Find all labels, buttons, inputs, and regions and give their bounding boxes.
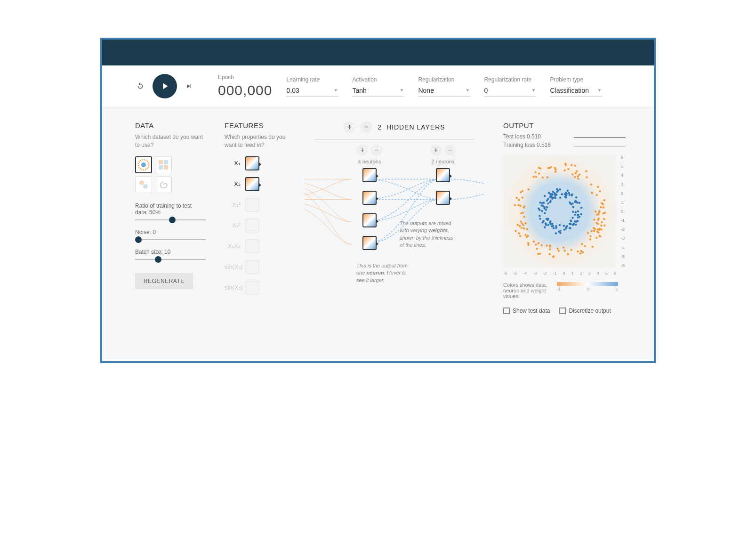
- svg-point-82: [580, 207, 582, 209]
- feature-toggle[interactable]: [245, 239, 259, 253]
- svg-rect-2: [159, 160, 163, 164]
- legend-text: Colors shows data, neuron and weight val…: [503, 282, 550, 299]
- batch-slider[interactable]: [135, 259, 206, 260]
- svg-point-177: [599, 235, 601, 237]
- svg-point-97: [549, 220, 551, 222]
- svg-point-247: [549, 244, 551, 246]
- add-neuron-button[interactable]: +: [357, 145, 368, 156]
- svg-point-236: [599, 190, 601, 192]
- step-button[interactable]: [184, 81, 194, 91]
- remove-neuron-button[interactable]: −: [371, 145, 382, 156]
- reset-button[interactable]: [135, 81, 145, 91]
- svg-point-252: [580, 250, 582, 252]
- svg-point-256: [589, 235, 591, 237]
- svg-point-186: [591, 246, 593, 248]
- chevron-down-icon: ▼: [400, 88, 404, 93]
- play-button[interactable]: [153, 74, 177, 98]
- dataset-gauss-icon: [138, 179, 149, 190]
- neuron[interactable]: [436, 191, 450, 205]
- svg-point-198: [527, 242, 529, 244]
- svg-rect-3: [164, 160, 168, 164]
- feature-toggle[interactable]: [245, 156, 259, 170]
- svg-point-226: [603, 218, 605, 220]
- discretize-checkbox[interactable]: Discretize output: [559, 307, 611, 314]
- svg-point-227: [593, 218, 595, 220]
- feature-toggle[interactable]: [245, 281, 259, 295]
- svg-point-90: [555, 225, 557, 227]
- dataset-xor[interactable]: [155, 156, 172, 173]
- svg-point-157: [523, 227, 525, 229]
- svg-point-64: [554, 196, 556, 198]
- show-test-checkbox[interactable]: Show test data: [503, 307, 550, 314]
- svg-point-15: [546, 206, 548, 208]
- remove-neuron-button[interactable]: −: [444, 145, 456, 156]
- neuron[interactable]: [362, 191, 377, 205]
- neuron[interactable]: [362, 236, 377, 250]
- svg-point-127: [572, 206, 574, 208]
- layers-row: + − 4 neurons + − 2 neurons: [305, 145, 484, 342]
- regularization-rate-label: Regularization rate: [484, 76, 536, 83]
- regularization-rate-select[interactable]: 0 ▼: [484, 85, 536, 97]
- dataset-spiral[interactable]: [155, 176, 172, 193]
- ratio-slider-group: Ratio of training to test data: 50%: [135, 202, 206, 220]
- svg-point-197: [584, 245, 586, 247]
- activation-select[interactable]: Tanh ▼: [352, 85, 404, 97]
- feature-row: X₂²: [225, 218, 286, 233]
- svg-point-204: [555, 169, 556, 170]
- neuron[interactable]: [362, 213, 377, 227]
- svg-point-158: [582, 251, 584, 253]
- svg-point-74: [539, 218, 541, 219]
- output-heatmap[interactable]: 6543210-1-2-3-4-5-6 -6-5-4-3-2-10123456: [503, 155, 616, 268]
- data-title: DATA: [135, 121, 206, 129]
- svg-point-12: [569, 194, 571, 195]
- feature-row: sin(X₁): [225, 260, 286, 274]
- step-icon: [185, 82, 193, 90]
- svg-point-42: [544, 195, 546, 197]
- noise-slider[interactable]: [135, 239, 206, 240]
- output-column: OUTPUT Test loss 0.510 Training loss 0.5…: [503, 121, 626, 342]
- neuron[interactable]: [362, 168, 377, 182]
- feature-toggle[interactable]: [245, 260, 259, 274]
- play-icon: [160, 81, 170, 91]
- learning-rate-select[interactable]: 0.03 ▼: [286, 85, 338, 97]
- dataset-gauss[interactable]: [135, 176, 152, 193]
- svg-point-172: [519, 205, 521, 207]
- svg-point-192: [587, 232, 589, 234]
- regularization-select[interactable]: None ▼: [418, 85, 470, 97]
- svg-point-146: [533, 241, 535, 243]
- feature-row: sin(X₂): [225, 281, 286, 295]
- feature-toggle[interactable]: [245, 177, 259, 191]
- svg-point-228: [518, 232, 520, 234]
- svg-point-71: [565, 194, 567, 196]
- svg-point-65: [538, 208, 539, 210]
- dataset-circle[interactable]: [135, 156, 152, 173]
- svg-point-237: [522, 190, 523, 192]
- svg-point-98: [547, 218, 549, 219]
- color-legend: Colors shows data, neuron and weight val…: [503, 282, 626, 299]
- output-title: OUTPUT: [503, 121, 626, 129]
- feature-toggle[interactable]: [245, 218, 259, 233]
- activation-control: Activation Tanh ▼: [352, 76, 404, 97]
- main-area: DATA Which dataset do you want to use? R…: [102, 107, 654, 361]
- add-neuron-button[interactable]: +: [430, 145, 442, 156]
- svg-point-208: [596, 194, 598, 196]
- problem-type-select[interactable]: Classification ▼: [550, 85, 602, 97]
- ratio-slider[interactable]: [135, 219, 206, 220]
- svg-point-110: [572, 223, 574, 225]
- add-layer-button[interactable]: +: [344, 121, 355, 133]
- svg-point-180: [597, 186, 599, 188]
- features-column: FEATURES Which properties do you want to…: [225, 121, 286, 342]
- svg-point-178: [589, 238, 591, 240]
- svg-point-92: [551, 198, 553, 200]
- svg-point-193: [601, 202, 603, 204]
- svg-point-257: [595, 237, 597, 239]
- svg-point-155: [523, 216, 525, 218]
- neuron[interactable]: [436, 168, 450, 182]
- svg-point-9: [572, 211, 574, 213]
- remove-layer-button[interactable]: −: [361, 121, 372, 133]
- regenerate-button[interactable]: REGENERATE: [135, 273, 193, 289]
- feature-toggle[interactable]: [245, 198, 259, 212]
- svg-point-203: [564, 250, 566, 251]
- svg-point-105: [559, 224, 561, 226]
- svg-point-55: [565, 192, 567, 194]
